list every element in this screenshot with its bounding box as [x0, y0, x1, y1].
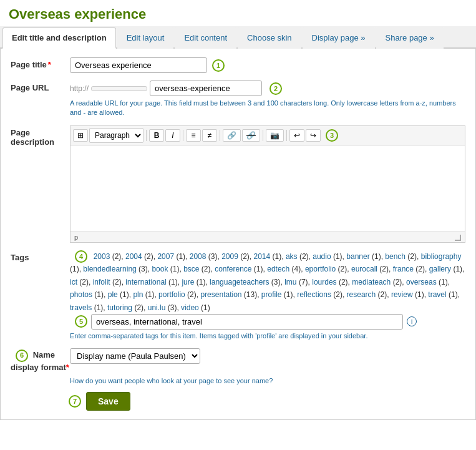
toolbar-sep2	[183, 130, 183, 141]
tag-overseas[interactable]: overseas	[406, 278, 437, 286]
tag-2003[interactable]: 2003	[94, 252, 110, 261]
tags-section: Tags 4 2003 (2), 2004 (2), 2007 (1), 200…	[11, 250, 465, 340]
tag-travels[interactable]: travels	[70, 303, 92, 312]
tag-profile[interactable]: profile	[261, 290, 282, 299]
tab-bar: Edit title and description Edit layout E…	[0, 26, 476, 49]
editor-statusbar: p	[70, 232, 465, 243]
tag-video[interactable]: video	[181, 303, 199, 312]
tags-content-area: 4 2003 (2), 2004 (2), 2007 (1), 2008 (3)…	[70, 250, 465, 314]
save-row: 7 Save	[64, 392, 465, 411]
toolbar-ol-btn[interactable]: ≠	[202, 129, 217, 142]
badge-4: 4	[75, 250, 87, 263]
badge-7: 7	[69, 395, 81, 408]
badge-3: 3	[326, 129, 338, 142]
tag-bench[interactable]: bench	[385, 252, 406, 261]
tag-bsce[interactable]: bsce	[183, 265, 199, 273]
tab-choose-skin[interactable]: Choose skin	[238, 27, 301, 49]
tab-edit-layout[interactable]: Edit layout	[117, 27, 174, 49]
editor-path: p	[74, 233, 78, 241]
toolbar-italic-btn[interactable]: I	[165, 129, 180, 142]
url-prefix: http://	[70, 84, 89, 93]
tag-2004[interactable]: 2004	[125, 252, 142, 261]
tag-infolit[interactable]: infolit	[93, 278, 110, 286]
toolbar-paragraph-select[interactable]: Paragraph	[89, 128, 143, 143]
tag-2014[interactable]: 2014	[254, 252, 271, 261]
tag-audio[interactable]: audio	[313, 252, 331, 261]
tag-eportfolio[interactable]: eportfolio	[305, 265, 336, 273]
page-title-control: 1	[70, 57, 465, 73]
toolbar-unlink-btn[interactable]: 🔗	[242, 129, 260, 142]
tag-gallery[interactable]: gallery	[429, 265, 451, 273]
tags-cloud: 2003 (2), 2004 (2), 2007 (1), 2008 (3), …	[70, 252, 464, 312]
tag-research[interactable]: research	[347, 290, 376, 299]
tag-jure[interactable]: jure	[182, 278, 194, 286]
toolbar-grid-btn[interactable]: ⊞	[73, 129, 88, 142]
tag-tutoring[interactable]: tutoring	[107, 303, 132, 312]
tab-edit-content[interactable]: Edit content	[175, 27, 236, 49]
page-title-input[interactable]	[70, 57, 207, 73]
tags-label: Tags	[11, 250, 70, 262]
page-description-label: Page description	[11, 125, 70, 147]
name-display-row: 6 Name display format* Display name (Pau…	[11, 347, 465, 373]
toolbar-redo-btn[interactable]: ↪	[306, 129, 321, 142]
toolbar-sep3	[220, 130, 220, 141]
page-title-row: Page title* 1	[11, 57, 465, 73]
toolbar-sep1	[146, 130, 147, 141]
tags-input-row: 5 i	[70, 314, 465, 330]
tag-banner[interactable]: banner	[346, 252, 369, 261]
editor-resize-handle[interactable]	[455, 235, 461, 241]
toolbar-ul-btn[interactable]: ≡	[186, 129, 201, 142]
badge-1: 1	[212, 59, 225, 72]
info-icon[interactable]: i	[407, 316, 417, 326]
name-display-select[interactable]: Display name (Paula Paulsen)	[70, 348, 200, 364]
name-display-label: 6 Name display format*	[11, 347, 70, 373]
page-url-label: Page URL	[11, 81, 70, 92]
tag-bibliography[interactable]: bibliography	[421, 252, 462, 261]
tag-2008[interactable]: 2008	[190, 252, 206, 261]
tag-eurocall[interactable]: eurocall	[351, 265, 377, 273]
tag-travel[interactable]: travel	[428, 290, 446, 299]
url-base-box	[91, 86, 147, 91]
toolbar-sep5	[286, 130, 287, 141]
name-display-control: Display name (Paula Paulsen)	[70, 347, 465, 364]
toolbar-link-btn[interactable]: 🔗	[223, 129, 241, 142]
tag-mediateach[interactable]: mediateach	[352, 278, 391, 286]
tag-pln[interactable]: pln	[133, 290, 143, 299]
tag-portfolio[interactable]: portfolio	[158, 290, 185, 299]
name-help-text: How do you want people who look at your …	[70, 377, 465, 384]
tags-input[interactable]	[91, 314, 403, 330]
page-description-row: Page description ⊞ Paragraph B I ≡ ≠ 🔗 🔗…	[11, 125, 465, 243]
toolbar-bold-btn[interactable]: B	[149, 129, 164, 142]
tag-lourdes[interactable]: lourdes	[312, 278, 336, 286]
save-button[interactable]: Save	[86, 392, 130, 411]
tag-international[interactable]: international	[125, 278, 166, 286]
tag-aks[interactable]: aks	[286, 252, 298, 261]
tab-edit-title[interactable]: Edit title and description	[2, 27, 116, 49]
page-url-row: Page URL http:// 2 A readable URL for yo…	[11, 81, 465, 118]
page-url-control: http:// 2 A readable URL for your page. …	[70, 81, 465, 118]
tag-unilu[interactable]: uni.lu	[148, 303, 166, 312]
tag-photos[interactable]: photos	[70, 290, 92, 299]
tag-presentation[interactable]: presentation	[200, 290, 241, 299]
toolbar-sep4	[263, 130, 263, 141]
tag-conference[interactable]: conference	[215, 265, 251, 273]
tag-reflections[interactable]: reflections	[297, 290, 331, 299]
url-slug-input[interactable]	[150, 81, 262, 96]
tab-display-page[interactable]: Display page »	[303, 27, 375, 49]
toolbar-undo-btn[interactable]: ↩	[289, 129, 304, 142]
tag-2009[interactable]: 2009	[221, 252, 238, 261]
tag-2007[interactable]: 2007	[157, 252, 174, 261]
toolbar-image-btn[interactable]: 📷	[266, 129, 284, 142]
tag-review[interactable]: review	[391, 290, 413, 299]
tag-edtech[interactable]: edtech	[267, 265, 289, 273]
tag-ple[interactable]: ple	[108, 290, 118, 299]
tab-share-page[interactable]: Share page »	[376, 27, 444, 49]
url-help-text: A readable URL for your page. This field…	[70, 99, 465, 118]
tag-ict[interactable]: ict	[70, 278, 77, 286]
tag-lmu[interactable]: lmu	[284, 278, 296, 286]
tag-blendedlearning[interactable]: blendedlearning	[83, 265, 136, 273]
tag-languageteachers[interactable]: languageteachers	[210, 278, 269, 286]
tag-book[interactable]: book	[152, 265, 168, 273]
tag-france[interactable]: france	[393, 265, 414, 273]
editor-body[interactable]	[70, 145, 465, 232]
